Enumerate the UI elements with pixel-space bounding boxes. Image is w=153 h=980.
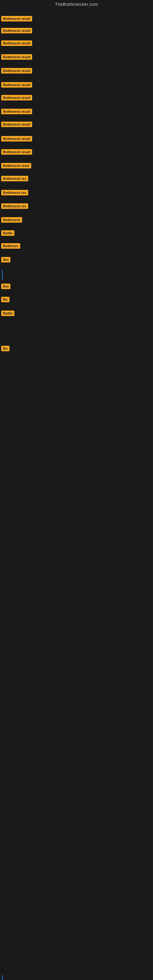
- bottleneck-row[interactable]: Bottleneck result: [0, 80, 33, 89]
- bottleneck-result-badge[interactable]: Bottleneck result: [1, 28, 32, 33]
- bottleneck-result-badge[interactable]: Bottleneck result: [1, 54, 32, 60]
- bottleneck-row[interactable]: Bottleneck result: [0, 66, 33, 75]
- vertical-marker-line: [2, 270, 3, 279]
- bottleneck-result-badge[interactable]: Bottle: [1, 310, 14, 316]
- bottleneck-result-badge[interactable]: Bottleneck result: [1, 122, 32, 127]
- bottleneck-result-badge[interactable]: Bottle: [1, 230, 14, 236]
- marker-row: [0, 268, 4, 281]
- bottleneck-row[interactable]: Bottleneck result: [0, 26, 33, 35]
- empty-row: [0, 330, 2, 339]
- bottleneck-result-badge[interactable]: Bottleneck result: [1, 95, 32, 100]
- bottleneck-row[interactable]: Bottleneck result: [0, 93, 33, 102]
- bottleneck-result-badge[interactable]: Bo: [1, 297, 10, 302]
- bottleneck-row[interactable]: Bottleneck result: [0, 134, 33, 143]
- bottleneck-result-badge[interactable]: Bottleneck res: [1, 176, 28, 181]
- final-vertical-marker-line: [2, 975, 3, 980]
- bottleneck-row[interactable]: Bottleneck result: [0, 107, 33, 116]
- bottleneck-row[interactable]: Bottleneck result: [0, 147, 33, 156]
- bottleneck-result-badge[interactable]: Bottleneck result: [1, 68, 32, 73]
- bottleneck-row[interactable]: Bo: [0, 295, 11, 304]
- bottleneck-result-badge[interactable]: Bottleneck: [1, 217, 22, 223]
- final-marker-row: [0, 973, 4, 980]
- bottleneck-result-badge[interactable]: Bottlenec: [1, 243, 20, 249]
- bottleneck-row[interactable]: Bottle: [0, 309, 16, 318]
- bottleneck-result-badge[interactable]: Bottleneck result: [1, 149, 32, 155]
- bottleneck-row[interactable]: Bottleneck result: [0, 52, 33, 62]
- bottleneck-row[interactable]: Bottleneck res: [0, 188, 29, 197]
- bottleneck-row[interactable]: Bottle: [0, 229, 16, 238]
- bottleneck-result-badge[interactable]: Bottleneck res: [1, 204, 28, 209]
- bottleneck-result-badge[interactable]: Bo: [1, 346, 10, 351]
- bottleneck-row[interactable]: Bot: [0, 255, 12, 264]
- bottleneck-row[interactable]: Bottleneck res: [0, 202, 29, 211]
- bottleneck-row[interactable]: Bottleneck result: [0, 14, 33, 23]
- bottleneck-result-badge[interactable]: Bottleneck result: [1, 136, 32, 142]
- bottleneck-result-badge[interactable]: Bottleneck result: [1, 40, 32, 46]
- bottleneck-result-badge[interactable]: Bot: [1, 257, 10, 262]
- bottleneck-row[interactable]: Bottleneck res: [0, 174, 29, 183]
- site-header: TheBottlenecker.com: [0, 0, 153, 9]
- bottleneck-row[interactable]: Bottlenec: [0, 241, 21, 250]
- bottleneck-result-badge[interactable]: Bottleneck result: [1, 16, 32, 21]
- bottleneck-result-badge[interactable]: Bottleneck resul: [1, 163, 31, 169]
- bottleneck-result-badge[interactable]: Bot: [1, 283, 10, 289]
- bottleneck-result-badge[interactable]: Bottleneck result: [1, 82, 32, 88]
- bottleneck-row[interactable]: Bottleneck resul: [0, 161, 32, 170]
- bottleneck-row[interactable]: Bot: [0, 282, 12, 291]
- bottleneck-result-badge[interactable]: Bottleneck res: [1, 190, 28, 196]
- site-title: TheBottlenecker.com: [0, 0, 153, 9]
- bottleneck-row[interactable]: Bottleneck result: [0, 38, 33, 48]
- bottleneck-result-badge[interactable]: Bottleneck result: [1, 109, 32, 114]
- bottleneck-row[interactable]: Bottleneck: [0, 215, 23, 224]
- bottleneck-row[interactable]: Bottleneck result: [0, 120, 33, 129]
- bottleneck-row[interactable]: Bo: [0, 344, 11, 353]
